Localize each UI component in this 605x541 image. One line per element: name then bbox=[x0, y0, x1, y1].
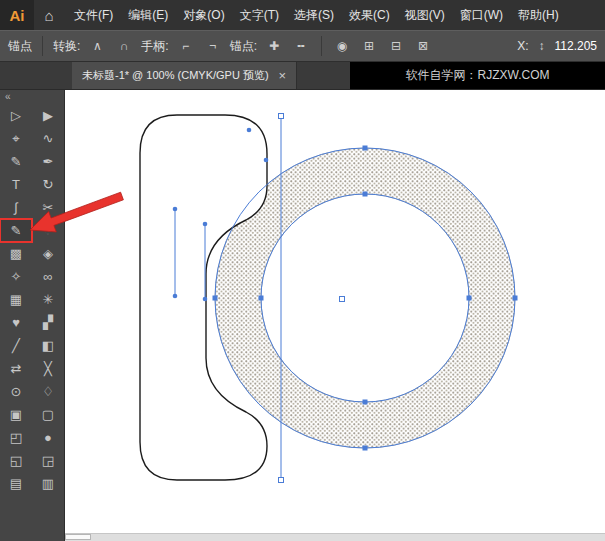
stroke-color-swatch[interactable]: ▢ bbox=[32, 403, 64, 426]
blend-tool[interactable]: ∞ bbox=[32, 265, 64, 288]
gradient-tool[interactable]: ▩ bbox=[0, 242, 32, 265]
globe-icon[interactable]: ◉ bbox=[332, 36, 352, 56]
document-tab[interactable]: 未标题-1* @ 100% (CMYK/GPU 预览) × bbox=[72, 62, 297, 89]
shape-builder-tool[interactable]: ◔ bbox=[32, 219, 64, 242]
menu-help[interactable]: 帮助(H) bbox=[518, 7, 559, 24]
tool-icon: ◰ bbox=[10, 430, 22, 445]
curvature-tool[interactable]: ∫ bbox=[0, 196, 32, 219]
remove-anchor-icon[interactable]: ╍ bbox=[291, 36, 311, 56]
tool-icon: ╳ bbox=[44, 361, 52, 376]
tool-icon: ✧ bbox=[11, 269, 22, 284]
watermark-banner: 软件自学网：RJZXW.COM bbox=[350, 62, 605, 89]
draw-normal-mode[interactable]: ◰ bbox=[0, 426, 32, 449]
menu-list: 文件(F)编辑(E)对象(O)文字(T)选择(S)效果(C)视图(V)窗口(W)… bbox=[74, 7, 559, 24]
document-tab-title: 未标题-1* @ 100% (CMYK/GPU 预览) bbox=[82, 68, 269, 83]
tool-icon: ▥ bbox=[42, 476, 54, 491]
horizontal-scrollbar[interactable] bbox=[65, 533, 605, 541]
canvas-area[interactable] bbox=[65, 90, 605, 541]
convert-corner-icon[interactable]: ∧ bbox=[87, 36, 107, 56]
draw-inside-mode[interactable]: ◲ bbox=[32, 449, 64, 472]
lasso-tool[interactable]: ∿ bbox=[32, 127, 64, 150]
free-transform-tool[interactable]: ▞ bbox=[32, 311, 64, 334]
tool-icon: ◲ bbox=[42, 453, 54, 468]
tool-icon: ∿ bbox=[43, 131, 54, 146]
slice-tool[interactable]: ╳ bbox=[32, 357, 64, 380]
graph-tool[interactable]: ✳ bbox=[32, 288, 64, 311]
fill-color-swatch[interactable]: ▣ bbox=[0, 403, 32, 426]
handle-hide-icon[interactable]: ¬ bbox=[203, 36, 223, 56]
handle-show-icon[interactable]: ⌐ bbox=[176, 36, 196, 56]
tool-icon: ▶ bbox=[43, 108, 53, 123]
scissors-tool[interactable]: ✂ bbox=[32, 196, 64, 219]
tab-bar: 未标题-1* @ 100% (CMYK/GPU 预览) × 软件自学网：RJZX… bbox=[0, 62, 605, 90]
anchor-edit-label: 锚点: bbox=[230, 38, 257, 55]
pen-tool[interactable]: ✒ bbox=[32, 150, 64, 173]
direct-selection-tool[interactable]: ▷ bbox=[0, 104, 32, 127]
magic-wand-tool[interactable]: ⌖ bbox=[0, 127, 32, 150]
menu-select[interactable]: 选择(S) bbox=[294, 7, 334, 24]
symbol-sprayer-tool[interactable]: ▦ bbox=[0, 288, 32, 311]
tool-icon: ▢ bbox=[42, 407, 54, 422]
close-icon[interactable]: × bbox=[279, 68, 287, 83]
artboard-canvas[interactable] bbox=[65, 90, 605, 533]
menu-type[interactable]: 文字(T) bbox=[240, 7, 279, 24]
home-icon[interactable]: ⌂ bbox=[34, 7, 64, 24]
tool-icon: ▦ bbox=[10, 292, 22, 307]
stepper-icon[interactable]: ↕ bbox=[532, 36, 552, 56]
tool-icon: ▣ bbox=[10, 407, 22, 422]
transform-grid-icon[interactable]: ⊞ bbox=[359, 36, 379, 56]
handle-label: 手柄: bbox=[141, 38, 168, 55]
tool-grid: ▷ ▶ ⌖ ∿ ✎ ✒ bbox=[0, 104, 64, 495]
tool-icon: ▩ bbox=[10, 246, 22, 261]
artboard-tool[interactable]: ◧ bbox=[32, 334, 64, 357]
eyedropper-tool[interactable]: ✧ bbox=[0, 265, 32, 288]
workspace: « ▷ ▶ ⌖ ∿ ✎ bbox=[0, 90, 605, 541]
x-coordinate-group: X: ↕ 112.205 bbox=[517, 36, 597, 56]
perspective-grid-tool[interactable]: ⇄ bbox=[0, 357, 32, 380]
app-logo: Ai bbox=[0, 0, 34, 30]
tool-icon: T bbox=[12, 177, 20, 192]
selection-tool[interactable]: ▶ bbox=[32, 104, 64, 127]
tool-icon: ✒ bbox=[43, 154, 54, 169]
anchor-label: 锚点 bbox=[8, 38, 32, 55]
screen-mode-button[interactable]: ▤ bbox=[0, 472, 32, 495]
tool-icon: ╱ bbox=[12, 338, 20, 353]
zoom-tool[interactable]: ⊙ bbox=[0, 380, 32, 403]
paintbrush-tool[interactable]: ✎ bbox=[0, 150, 32, 173]
add-anchor-icon[interactable]: ✚ bbox=[264, 36, 284, 56]
type-tool[interactable]: T bbox=[0, 173, 32, 196]
tool-icon: ✎ bbox=[11, 154, 22, 169]
menu-edit[interactable]: 编辑(E) bbox=[128, 7, 168, 24]
menu-object[interactable]: 对象(O) bbox=[183, 7, 224, 24]
mesh-tool[interactable]: ◈ bbox=[32, 242, 64, 265]
menu-file[interactable]: 文件(F) bbox=[74, 7, 113, 24]
tool-icon: ✳ bbox=[43, 292, 54, 307]
tool-icon: ∞ bbox=[43, 269, 52, 284]
menu-effect[interactable]: 效果(C) bbox=[349, 7, 390, 24]
scrollbar-thumb[interactable] bbox=[65, 534, 91, 540]
tool-icon: ∫ bbox=[14, 200, 18, 215]
tool-icon: ✂ bbox=[43, 200, 54, 215]
rotate-tool[interactable]: ↻ bbox=[32, 173, 64, 196]
hand-tool[interactable]: ♢ bbox=[32, 380, 64, 403]
illustrator-window: { "menubar": { "logo": "Ai", "home_icon"… bbox=[0, 0, 605, 541]
panel-collapse-icon[interactable]: « bbox=[0, 90, 64, 104]
menu-view[interactable]: 视图(V) bbox=[405, 7, 445, 24]
menu-window[interactable]: 窗口(W) bbox=[460, 7, 503, 24]
width-tool[interactable]: ♥ bbox=[0, 311, 32, 334]
tool-icon: ◈ bbox=[43, 246, 53, 261]
draw-behind-mode[interactable]: ◱ bbox=[0, 449, 32, 472]
divider bbox=[321, 36, 322, 56]
convert-smooth-icon[interactable]: ∩ bbox=[114, 36, 134, 56]
x-value-field[interactable]: 112.205 bbox=[555, 39, 598, 53]
tool-icon: ◧ bbox=[42, 338, 54, 353]
menubar: Ai ⌂ 文件(F)编辑(E)对象(O)文字(T)选择(S)效果(C)视图(V)… bbox=[0, 0, 605, 30]
edit-toolbar-button[interactable]: ▥ bbox=[32, 472, 64, 495]
align-grid-icon[interactable]: ⊟ bbox=[386, 36, 406, 56]
distribute-grid-icon[interactable]: ⊠ bbox=[413, 36, 433, 56]
convert-label: 转换: bbox=[53, 38, 80, 55]
color-mode-button[interactable]: ● bbox=[32, 426, 64, 449]
divider bbox=[42, 36, 43, 56]
shaper-tool[interactable]: ✎ bbox=[0, 219, 32, 242]
knife-tool[interactable]: ╱ bbox=[0, 334, 32, 357]
